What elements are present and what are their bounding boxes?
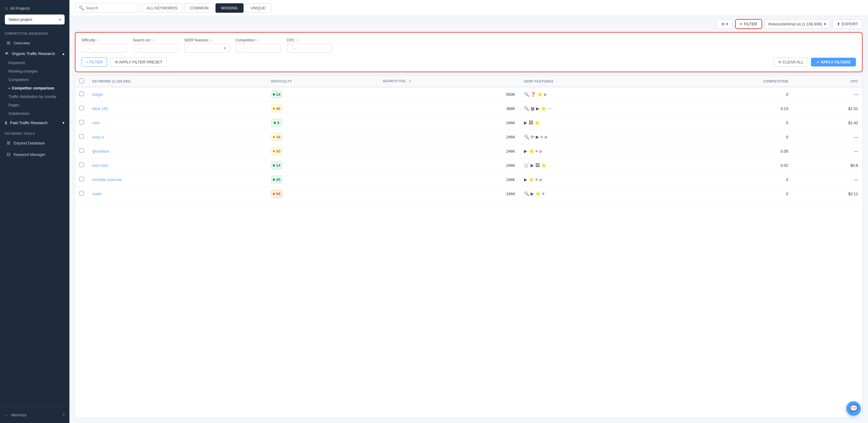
search-input[interactable] xyxy=(86,6,134,10)
serp-features-select[interactable]: ▾ xyxy=(184,44,229,53)
competition-range[interactable]: — xyxy=(236,44,281,53)
cpc-cell: $0.8 xyxy=(793,158,862,172)
keyword-link[interactable]: eazy e xyxy=(92,135,104,139)
add-filter-button[interactable]: + FILTER xyxy=(82,57,107,67)
search-box[interactable]: 🔍 xyxy=(75,3,138,13)
select-all-checkbox[interactable] xyxy=(80,79,84,83)
info-icon: i xyxy=(257,38,258,42)
row-checkbox[interactable] xyxy=(80,134,84,139)
sidebar-item-traffic-distribution[interactable]: Traffic distribution by country xyxy=(8,92,69,101)
sidebar-item-keywords[interactable]: Keywords xyxy=(8,59,69,67)
difficulty-dot xyxy=(273,164,275,167)
cpc-cell: — xyxy=(793,130,862,144)
sidebar-item-subdomains[interactable]: Subdomains xyxy=(8,109,69,118)
filter-button[interactable]: ≡ FILTER xyxy=(735,19,762,29)
home-icon: ⌂ xyxy=(5,5,8,11)
tab-common[interactable]: COMMON xyxy=(184,3,214,13)
serp-features-cell: 🛒▶🖼⭐ xyxy=(520,158,665,172)
sidebar-item-keyword-manager[interactable]: ⊟ Keyword Manager xyxy=(2,149,68,160)
keyword-link[interactable]: kart mart xyxy=(92,163,108,168)
sort-arrow-icon: ▾ xyxy=(409,79,411,83)
difficulty-badge: 14 xyxy=(271,161,282,169)
table-row: ghostface50246K▶⭐≡⌀0.05— xyxy=(75,144,862,158)
keyword-link[interactable]: blink 182 xyxy=(92,106,108,111)
topbar: 🔍 ALL KEYWORDS COMMON MISSING UNIQUE xyxy=(69,0,868,16)
competition-filter: Competition: i — xyxy=(236,38,281,53)
row-checkbox[interactable] xyxy=(80,191,84,196)
clear-all-button[interactable]: ✕ CLEAR ALL xyxy=(774,57,808,67)
row-checkbox[interactable] xyxy=(80,120,84,124)
sidebar-top: ⌂ All Projects Select project ▾ xyxy=(0,0,69,28)
sidebar-all-projects[interactable]: ⌂ All Projects xyxy=(5,5,65,11)
chevron-down-icon: ▾ xyxy=(62,120,65,125)
competition-cell: 0 xyxy=(665,87,793,102)
serp-features-cell: 🔍▶⭐≡ xyxy=(520,187,665,201)
cpc-cell: $1.42 xyxy=(793,116,862,130)
keyword-link[interactable]: ceiri xyxy=(92,120,100,125)
difficulty-badge: 5 xyxy=(271,119,282,126)
paid-icon: $ xyxy=(5,120,7,125)
keyword-link[interactable]: ghostface xyxy=(92,149,109,153)
sidebar-item-competitor-comparison[interactable]: Competitor comparison xyxy=(8,84,69,92)
row-checkbox[interactable] xyxy=(80,91,84,96)
th-competition: COMPETITION xyxy=(665,76,793,87)
chevron-up-icon: ▴ xyxy=(62,51,65,56)
apply-filters-button[interactable]: ✓ APPLY FILTERS xyxy=(811,58,856,66)
copy-icon: ⧉ xyxy=(722,22,724,27)
difficulty-range[interactable]: — xyxy=(82,44,127,53)
tab-all-keywords[interactable]: ALL KEYWORDS xyxy=(141,3,183,13)
th-keyword[interactable]: KEYWORD (1,156,936) xyxy=(88,76,267,87)
sidebar-item-overview[interactable]: ⊞ Overview xyxy=(2,37,68,48)
domain-selector[interactable]: thesoundofvinyl.us (1,156,936) ▾ xyxy=(765,19,830,29)
copy-button[interactable]: ⧉ ▾ xyxy=(717,19,733,29)
serp-icon: ⌀ xyxy=(545,135,547,139)
export-button[interactable]: ⬆ EXPORT xyxy=(832,19,863,29)
sidebar-item-pages[interactable]: Pages xyxy=(8,101,69,109)
keyword-link[interactable]: tubgirl xyxy=(92,92,103,97)
cpc-cell: $1.51 xyxy=(793,102,862,116)
tab-missing[interactable]: MISSING xyxy=(216,3,244,13)
active-dot xyxy=(8,88,10,89)
sidebar-item-competitors[interactable]: Competitors xyxy=(8,76,69,84)
difficulty-dot xyxy=(273,150,275,152)
cpc-label: CPC: i xyxy=(287,38,332,42)
row-checkbox[interactable] xyxy=(80,106,84,110)
sidebar-bottom: ← Minimize ? xyxy=(0,407,69,423)
th-search-vol[interactable]: SEARCH VOL. ▾ xyxy=(378,76,519,87)
search-icon: 🔍 xyxy=(79,5,84,10)
select-chevron-icon: ▾ xyxy=(224,46,226,51)
sidebar-item-expand-db[interactable]: ⊞ Expand Database xyxy=(2,138,68,148)
row-checkbox[interactable] xyxy=(80,148,84,153)
sidebar-item-paid-traffic[interactable]: $ Paid Traffic Research ▾ xyxy=(0,118,69,128)
help-icon[interactable]: ? xyxy=(62,413,65,417)
sidebar-item-ranking-changes[interactable]: Ranking changes xyxy=(8,67,69,76)
select-project-dropdown[interactable]: Select project ▾ xyxy=(5,15,65,25)
difficulty-label: Difficulty: i xyxy=(82,38,127,42)
filter-panel: Difficulty: i — Search vol.: i — xyxy=(75,32,863,72)
serp-icon: 🔍 xyxy=(524,135,529,139)
main-content: 🔍 ALL KEYWORDS COMMON MISSING UNIQUE ⧉ ▾… xyxy=(69,0,868,423)
serp-icon: ▶ xyxy=(524,120,527,125)
search-vol-range[interactable]: — xyxy=(133,44,178,53)
row-checkbox[interactable] xyxy=(80,177,84,181)
keyword-link[interactable]: michele morrone xyxy=(92,177,122,182)
cpc-cell: — xyxy=(793,87,862,102)
row-checkbox[interactable] xyxy=(80,163,84,167)
difficulty-badge: 50 xyxy=(271,147,282,155)
th-difficulty[interactable]: DIFFICULTY xyxy=(267,76,379,87)
keyword-link[interactable]: slash xyxy=(92,192,101,196)
tab-unique[interactable]: UNIQUE xyxy=(245,3,272,13)
copy-chevron-icon: ▾ xyxy=(726,22,728,26)
serp-features-cell: 🔍❓⭐⌀ xyxy=(520,87,665,102)
table-row: tubgirl14550K🔍❓⭐⌀0— xyxy=(75,87,862,102)
filter-actions-left: + FILTER ⟲ APPLY FILTER PRESET xyxy=(82,57,167,67)
sidebar-item-organic-traffic[interactable]: 👁 Organic Traffic Research ▴ xyxy=(0,49,69,59)
chat-bubble[interactable]: 💬 xyxy=(846,401,861,416)
apply-preset-button[interactable]: ⟲ APPLY FILTER PRESET xyxy=(110,57,167,67)
serp-icon: ▶ xyxy=(536,106,539,111)
cpc-range[interactable]: — xyxy=(287,44,332,53)
competition-cell: 0.02 xyxy=(665,158,793,172)
keyword-tools-label: KEYWORD TOOLS xyxy=(0,128,69,137)
serp-features-filter: SERP features: i ▾ xyxy=(184,38,229,53)
sidebar-minimize[interactable]: ← Minimize ? xyxy=(0,410,69,420)
